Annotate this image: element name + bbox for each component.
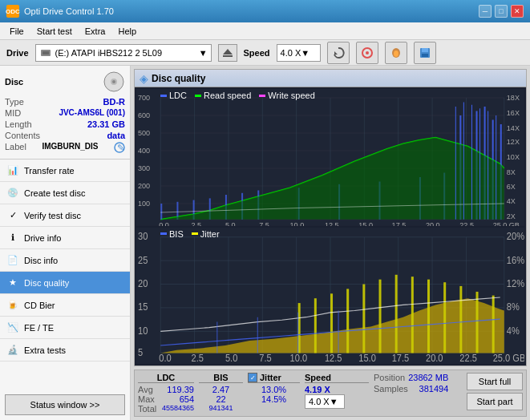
disc-info-icon: 📄 <box>6 254 19 267</box>
svg-text:2.5: 2.5 <box>192 220 202 225</box>
chart2-svg: 30 25 20 15 10 5 20% 16% 12% 8% 4% 0.0 <box>136 228 524 365</box>
sidebar-item-disc-quality-label: Disc quality <box>24 278 69 288</box>
disc-type-row: Type BD-R <box>5 96 125 107</box>
content-area: ◈ Disc quality LDC Read speed <box>131 66 530 420</box>
sidebar-item-disc-quality[interactable]: ★ Disc quality <box>0 272 130 294</box>
bis-max: 22 <box>199 394 243 404</box>
speed-dropdown-chevron: ▼ <box>330 397 338 406</box>
start-part-button[interactable]: Start part <box>467 393 523 410</box>
status-window-button[interactable]: Status window >> <box>5 394 125 415</box>
menu-start-test[interactable]: Start test <box>30 25 79 38</box>
drive-select[interactable]: (E:) ATAPI iHBS212 2 5L09 ▼ <box>35 44 212 62</box>
svg-text:500: 500 <box>138 128 150 137</box>
disc-quality-panel: ◈ Disc quality LDC Read speed <box>134 69 527 366</box>
svg-rect-137 <box>427 279 430 353</box>
speed-header: Speed <box>305 373 369 383</box>
chart2-container: BIS Jitter <box>136 228 524 365</box>
sidebar-item-fe-te-label: FE / TE <box>24 323 54 333</box>
sidebar-item-cd-bier-label: CD Bier <box>24 301 55 310</box>
burn-button[interactable] <box>385 42 407 64</box>
svg-rect-134 <box>379 279 382 353</box>
refresh-button[interactable] <box>327 42 350 64</box>
svg-text:✎: ✎ <box>117 143 124 152</box>
minimize-button[interactable]: ─ <box>479 5 492 18</box>
disc-mid-value: JVC-AMS6L (001) <box>59 108 125 118</box>
sidebar-item-fe-te[interactable]: 📉 FE / TE <box>0 317 130 339</box>
sidebar-item-drive-info[interactable]: ℹ Drive info <box>0 227 130 249</box>
extra-tests-icon: 🔬 <box>6 344 19 357</box>
action-buttons: Start full Start part <box>467 373 523 410</box>
sidebar-item-disc-info[interactable]: 📄 Disc info <box>0 249 130 272</box>
disc-length-label: Length <box>5 119 32 129</box>
start-full-button[interactable]: Start full <box>467 373 523 390</box>
sidebar-item-verify-test-disc[interactable]: ✓ Verify test disc <box>0 204 130 227</box>
quality-header-icon: ◈ <box>140 72 148 85</box>
svg-text:15: 15 <box>138 301 148 313</box>
svg-text:20.0: 20.0 <box>426 220 440 225</box>
maximize-button[interactable]: □ <box>495 5 508 18</box>
create-test-disc-icon: 💿 <box>6 187 19 200</box>
ldc-total: 45584365 <box>162 404 194 414</box>
close-button[interactable]: ✕ <box>511 5 524 18</box>
total-label: Total <box>138 404 156 414</box>
svg-text:10: 10 <box>138 325 148 337</box>
disc-quality-icon: ★ <box>6 277 19 289</box>
menu-extra[interactable]: Extra <box>79 25 112 38</box>
svg-text:5: 5 <box>138 346 143 358</box>
svg-text:16X: 16X <box>507 108 520 117</box>
disc-header: Disc <box>5 71 125 93</box>
svg-marker-4 <box>334 51 338 55</box>
svg-text:5.0: 5.0 <box>225 352 238 364</box>
eject-button[interactable] <box>218 44 237 62</box>
eject-icon <box>222 47 233 59</box>
svg-rect-141 <box>492 295 495 353</box>
svg-text:4X: 4X <box>507 196 516 205</box>
sidebar-item-create-test-disc[interactable]: 💿 Create test disc <box>0 182 130 204</box>
svg-text:10X: 10X <box>507 152 520 161</box>
chart2-legend: BIS Jitter <box>160 229 220 239</box>
bis-header: BIS <box>199 373 243 383</box>
disc-label-row: Label IMGBURN_DIS ✎ <box>5 141 125 154</box>
svg-text:20: 20 <box>138 277 148 289</box>
speed-dropdown[interactable]: 4.0 X ▼ <box>305 394 345 409</box>
ldc-avg: 119.39 <box>167 385 194 394</box>
svg-text:600: 600 <box>138 111 150 119</box>
menubar: File Start test Extra Help <box>0 22 530 40</box>
jitter-checkbox[interactable]: ✓ <box>248 373 257 382</box>
chart1-legend: LDC Read speed Write speed <box>160 91 315 100</box>
svg-text:6X: 6X <box>507 182 516 191</box>
svg-text:10.0: 10.0 <box>290 220 305 225</box>
sidebar-item-extra-tests[interactable]: 🔬 Extra tests <box>0 339 130 361</box>
svg-rect-10 <box>422 48 428 52</box>
sidebar-item-cd-bier[interactable]: 🍺 CD Bier <box>0 294 130 317</box>
settings-button[interactable] <box>356 42 378 64</box>
svg-text:22.5: 22.5 <box>459 220 474 225</box>
legend-ldc: LDC <box>160 91 187 100</box>
disc-mid-label: MID <box>5 108 21 118</box>
svg-text:30: 30 <box>138 230 148 242</box>
drivebar: Drive (E:) ATAPI iHBS212 2 5L09 ▼ Speed … <box>0 40 530 66</box>
drive-icon <box>39 46 52 59</box>
transfer-rate-icon: 📊 <box>6 164 19 177</box>
svg-text:20.0: 20.0 <box>426 352 443 364</box>
save-button[interactable] <box>414 42 436 64</box>
menu-help[interactable]: Help <box>111 25 143 38</box>
sidebar-item-drive-info-label: Drive info <box>24 233 61 243</box>
svg-text:200: 200 <box>138 181 150 190</box>
cd-bier-icon: 🍺 <box>6 299 19 312</box>
svg-rect-11 <box>422 54 428 57</box>
svg-text:700: 700 <box>138 93 150 102</box>
disc-type-label: Type <box>5 97 24 107</box>
disc-contents-row: Contents data <box>5 130 125 141</box>
sidebar-item-transfer-rate[interactable]: 📊 Transfer rate <box>0 160 130 182</box>
svg-text:25.0 GB: 25.0 GB <box>493 352 524 364</box>
speed-select[interactable]: 4.0 X ▼ <box>277 44 321 62</box>
svg-text:5.0: 5.0 <box>225 220 236 225</box>
svg-text:8%: 8% <box>507 301 520 313</box>
menu-file[interactable]: File <box>3 25 30 38</box>
app-title: Opti Drive Control 1.70 <box>24 6 114 16</box>
speed-value: 4.0 X <box>281 48 301 58</box>
disc-label-label: Label <box>5 142 26 153</box>
edit-icon[interactable]: ✎ <box>114 142 125 153</box>
svg-rect-64 <box>160 204 162 220</box>
